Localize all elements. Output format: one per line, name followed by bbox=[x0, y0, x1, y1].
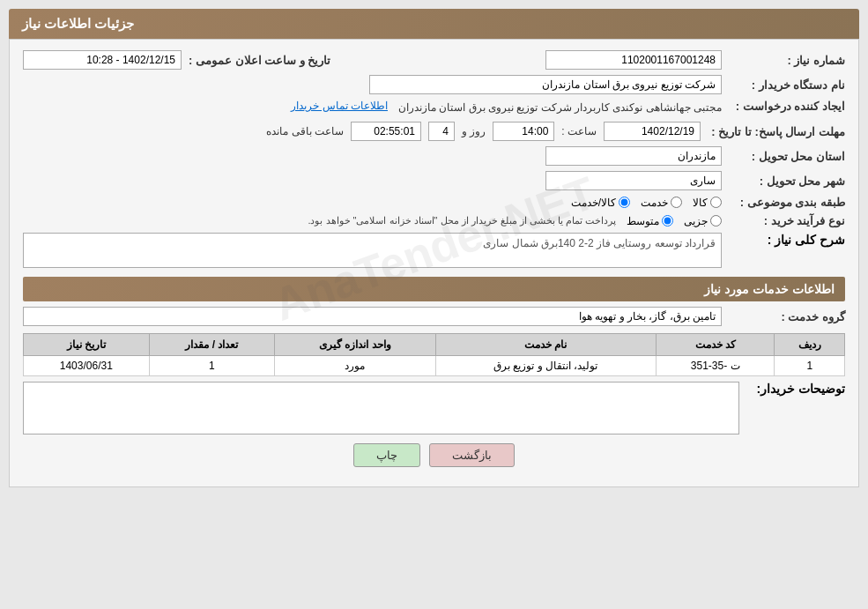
need-number-value: 1102001167001248 bbox=[545, 50, 722, 70]
service-group-label: گروه خدمت : bbox=[722, 310, 845, 323]
service-group-value: تامین برق، گاز، بخار و تهویه هوا bbox=[23, 307, 722, 326]
deadline-date: 1402/12/19 bbox=[604, 122, 701, 141]
table-row: 1 ت -35-351 تولید، انتقال و توزیع برق مو… bbox=[24, 356, 845, 376]
deadline-remaining: 02:55:01 bbox=[351, 122, 421, 141]
buyer-notes-textarea[interactable] bbox=[23, 382, 739, 434]
creator-value-text: مجتبی جهانشاهی نوکندی کاربردار شرکت توزی… bbox=[398, 100, 722, 116]
need-number-text: 1102001167001248 bbox=[621, 54, 716, 66]
purchase-type-radio-group: جزیی متوسط bbox=[627, 215, 722, 227]
need-number-label: شماره نیاز : bbox=[722, 54, 845, 67]
cell-date: 1403/06/31 bbox=[24, 356, 150, 376]
need-summary-label: شرح کلی نیاز : bbox=[722, 233, 845, 247]
services-table: ردیف کد خدمت نام خدمت واحد اندازه گیری ت… bbox=[23, 333, 845, 376]
col-row-num: ردیف bbox=[775, 334, 845, 356]
col-quantity: تعداد / مقدار bbox=[149, 334, 274, 356]
announce-value: 1402/12/15 - 10:28 bbox=[23, 50, 182, 70]
deadline-time-text: 14:00 bbox=[522, 125, 548, 137]
creator-label: ایجاد کننده درخواست : bbox=[722, 100, 845, 113]
creator-contact-link[interactable]: اطلاعات تماس خریدار bbox=[291, 100, 388, 112]
announce-text: 1402/12/15 - 10:28 bbox=[86, 54, 175, 66]
province-text: مازندران bbox=[678, 150, 716, 162]
cell-row-num: 1 bbox=[775, 356, 845, 376]
deadline-date-text: 1402/12/19 bbox=[642, 125, 694, 137]
cell-quantity: 1 bbox=[149, 356, 274, 376]
need-summary-text: قرارداد توسعه روستایی فاز 2-2 140برق شما… bbox=[483, 237, 716, 249]
back-button[interactable]: بازگشت bbox=[429, 443, 515, 467]
col-date: تاریخ نیاز bbox=[24, 334, 150, 356]
purchase-type-jozyi[interactable]: جزیی bbox=[684, 215, 722, 227]
cell-service-name: تولید، انتقال و توزیع برق bbox=[435, 356, 656, 376]
service-info-title: اطلاعات خدمات مورد نیاز bbox=[23, 277, 845, 301]
button-row: بازگشت چاپ bbox=[23, 443, 845, 476]
category-label: طبقه بندی موضوعی : bbox=[722, 196, 845, 209]
deadline-days-text: 4 bbox=[442, 125, 449, 137]
province-label: استان محل تحویل : bbox=[722, 150, 845, 163]
category-option-kala[interactable]: کالا bbox=[693, 197, 722, 209]
category-radio-group: کالا خدمت کالا/خدمت bbox=[571, 197, 722, 209]
print-button[interactable]: چاپ bbox=[353, 443, 420, 467]
buyer-org-label: نام دستگاه خریدار : bbox=[722, 78, 845, 92]
deadline-time-label: ساعت : bbox=[561, 125, 597, 137]
buyer-notes-label: توضیحات خریدار: bbox=[739, 382, 845, 396]
category-option-kala-khedmat[interactable]: کالا/خدمت bbox=[571, 197, 630, 209]
city-label: شهر محل تحویل : bbox=[722, 175, 845, 188]
city-value: ساری bbox=[545, 171, 722, 190]
need-summary-value: قرارداد توسعه روستایی فاز 2-2 140برق شما… bbox=[23, 233, 722, 268]
buyer-org-value: شرکت توزیع نیروی برق استان مازندران bbox=[369, 75, 722, 94]
header-title-text: جزئیات اطلاعات نیاز bbox=[22, 16, 134, 31]
announce-label: تاریخ و ساعت اعلان عمومی : bbox=[182, 54, 330, 67]
col-unit: واحد اندازه گیری bbox=[275, 334, 436, 356]
province-value: مازندران bbox=[545, 146, 722, 166]
purchase-type-motavasset[interactable]: متوسط bbox=[627, 215, 673, 227]
deadline-days-label: روز و bbox=[462, 125, 486, 137]
deadline-days: 4 bbox=[428, 122, 455, 141]
deadline-label: مهلت ارسال پاسخ: تا تاریخ : bbox=[704, 125, 845, 138]
category-option-khedmat[interactable]: خدمت bbox=[641, 197, 682, 209]
deadline-remaining-text: 02:55:01 bbox=[374, 125, 415, 137]
cell-unit: مورد bbox=[275, 356, 436, 376]
remaining-label: ساعت باقی مانده bbox=[266, 125, 344, 137]
buyer-org-text: شرکت توزیع نیروی برق استان مازندران bbox=[542, 78, 716, 91]
cell-service-code: ت -35-351 bbox=[656, 356, 775, 376]
page-title: جزئیات اطلاعات نیاز bbox=[9, 9, 859, 39]
service-group-text: تامین برق، گاز، بخار و تهویه هوا bbox=[579, 310, 716, 323]
purchase-type-note: پرداخت تمام یا بخشی از مبلغ خریدار از مح… bbox=[23, 215, 616, 227]
deadline-time: 14:00 bbox=[493, 122, 554, 141]
purchase-type-label: نوع فرآیند خرید : bbox=[722, 214, 845, 227]
col-service-code: کد خدمت bbox=[656, 334, 775, 356]
col-service-name: نام خدمت bbox=[435, 334, 656, 356]
city-text: ساری bbox=[690, 175, 716, 187]
